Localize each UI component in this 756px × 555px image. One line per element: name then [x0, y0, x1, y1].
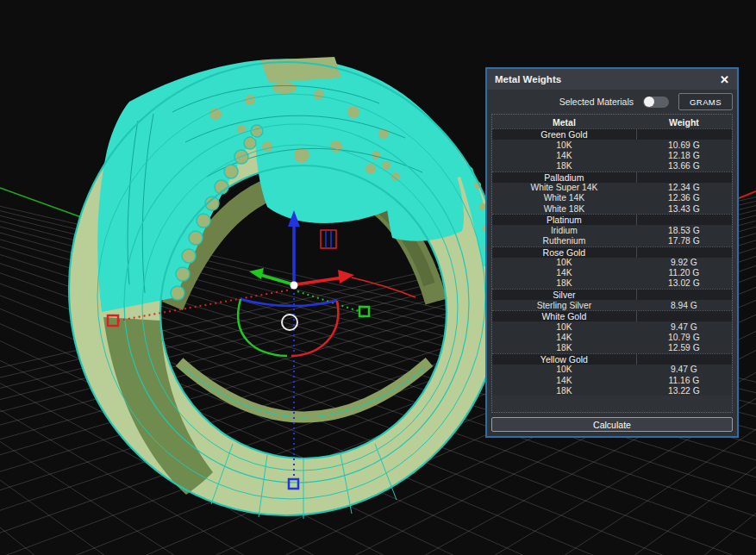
units-button[interactable]: GRAMS: [678, 93, 733, 110]
section-name: Yellow Gold: [492, 354, 636, 365]
table-row[interactable]: 14K11.16 G: [492, 375, 732, 385]
weight-cell: 8.94 G: [636, 301, 732, 310]
metal-cell: 18K: [492, 278, 636, 288]
metal-cell: 18K: [492, 161, 636, 171]
table-row[interactable]: 10K10.69 G: [492, 140, 732, 150]
section-weight-cell: [636, 215, 732, 225]
metal-cell: Sterling Silver: [492, 301, 636, 310]
table-section-header[interactable]: Platinum: [492, 214, 732, 225]
weight-cell: 12.36 G: [636, 193, 732, 203]
metal-cell: 10K: [492, 258, 636, 267]
metal-cell: 14K: [492, 151, 636, 160]
weight-cell: 13.43 G: [636, 204, 732, 214]
section-name: White Gold: [492, 311, 636, 321]
metal-cell: 18K: [492, 386, 636, 396]
weight-cell: 12.34 G: [636, 183, 732, 192]
weight-cell: 12.59 G: [636, 343, 732, 352]
close-icon[interactable]: ✕: [720, 74, 729, 85]
table-row[interactable]: 18K13.02 G: [492, 278, 732, 289]
metal-cell: 18K: [492, 343, 636, 352]
table-section-header[interactable]: Silver: [492, 289, 732, 300]
section-weight-cell: [636, 311, 732, 321]
table-row[interactable]: 18K12.59 G: [492, 343, 732, 353]
weight-cell: 9.92 G: [636, 258, 732, 267]
metal-cell: Ruthenium: [492, 236, 636, 246]
section-weight-cell: [636, 354, 732, 365]
weight-cell: 9.47 G: [636, 365, 732, 374]
metal-cell: White 14K: [492, 193, 636, 203]
table-row[interactable]: 14K12.18 G: [492, 150, 732, 160]
panel-titlebar[interactable]: Metal Weights ✕: [487, 69, 737, 90]
weight-cell: 13.02 G: [636, 278, 732, 288]
table-row[interactable]: White 14K12.36 G: [492, 193, 732, 203]
table-row[interactable]: 14K10.79 G: [492, 332, 732, 342]
weight-cell: 17.78 G: [636, 236, 732, 246]
section-weight-cell: [636, 172, 732, 183]
table-row[interactable]: Sterling Silver8.94 G: [492, 300, 732, 310]
selected-materials-label: Selected Materials: [559, 97, 634, 107]
table-row[interactable]: 14K11.20 G: [492, 268, 732, 278]
weight-cell: 12.18 G: [636, 151, 732, 160]
table-section-header[interactable]: Palladium: [492, 171, 732, 183]
weight-cell: 18.53 G: [636, 226, 732, 235]
toggle-knob: [644, 97, 654, 107]
metal-cell: 10K: [492, 365, 636, 374]
section-name: Palladium: [492, 172, 636, 183]
table-row[interactable]: 18K13.22 G: [492, 385, 732, 396]
table-section-header[interactable]: Rose Gold: [492, 246, 732, 258]
panel-title: Metal Weights: [495, 74, 561, 84]
section-weight-cell: [636, 290, 732, 300]
weight-cell: 13.66 G: [636, 161, 732, 171]
table-row[interactable]: Ruthenium17.78 G: [492, 235, 732, 246]
gizmo-center-dot[interactable]: [291, 282, 298, 290]
table-row[interactable]: 10K9.47 G: [492, 321, 732, 332]
calculate-button[interactable]: Calculate: [491, 417, 733, 432]
selected-materials-toggle[interactable]: [643, 97, 669, 108]
weights-table: Metal Weight Green Gold10K10.69 G14K12.1…: [491, 114, 733, 413]
weight-cell: 10.69 G: [636, 140, 732, 150]
metal-cell: 14K: [492, 333, 636, 342]
table-row[interactable]: Iridium18.53 G: [492, 225, 732, 235]
table-row[interactable]: 10K9.92 G: [492, 258, 732, 268]
weight-cell: 9.47 G: [636, 322, 732, 332]
panel-controls: Selected Materials GRAMS: [487, 90, 737, 114]
section-name: Platinum: [492, 215, 636, 225]
metal-cell: 14K: [492, 268, 636, 278]
metal-cell: White 18K: [492, 204, 636, 214]
metal-weights-panel: Metal Weights ✕ Selected Materials GRAMS…: [485, 67, 739, 438]
weight-cell: 13.22 G: [636, 386, 732, 396]
metal-cell: White Super 14K: [492, 183, 636, 192]
section-weight-cell: [636, 247, 732, 258]
table-row[interactable]: White Super 14K12.34 G: [492, 183, 732, 193]
section-name: Green Gold: [492, 129, 636, 140]
table-section-header[interactable]: Green Gold: [492, 128, 732, 140]
weight-cell: 10.79 G: [636, 333, 732, 342]
table-section-header[interactable]: White Gold: [492, 310, 732, 321]
weights-table-body: Green Gold10K10.69 G14K12.18 G18K13.66 G…: [492, 128, 732, 396]
metal-cell: Iridium: [492, 226, 636, 235]
table-header-row: Metal Weight: [492, 115, 732, 128]
section-name: Silver: [492, 290, 636, 300]
metal-cell: 10K: [492, 140, 636, 150]
table-row[interactable]: 10K9.47 G: [492, 365, 732, 375]
table-section-header[interactable]: Yellow Gold: [492, 353, 732, 365]
section-weight-cell: [636, 129, 732, 140]
table-row[interactable]: White 18K13.43 G: [492, 203, 732, 214]
weight-cell: 11.20 G: [636, 268, 732, 278]
metal-cell: 10K: [492, 322, 636, 332]
table-row[interactable]: 18K13.66 G: [492, 160, 732, 171]
app-window: Metal Weights ✕ Selected Materials GRAMS…: [0, 0, 756, 555]
col-header-weight: Weight: [636, 117, 732, 128]
section-name: Rose Gold: [492, 247, 636, 258]
weight-cell: 11.16 G: [636, 376, 732, 385]
col-header-metal: Metal: [492, 117, 636, 128]
metal-cell: 14K: [492, 376, 636, 385]
